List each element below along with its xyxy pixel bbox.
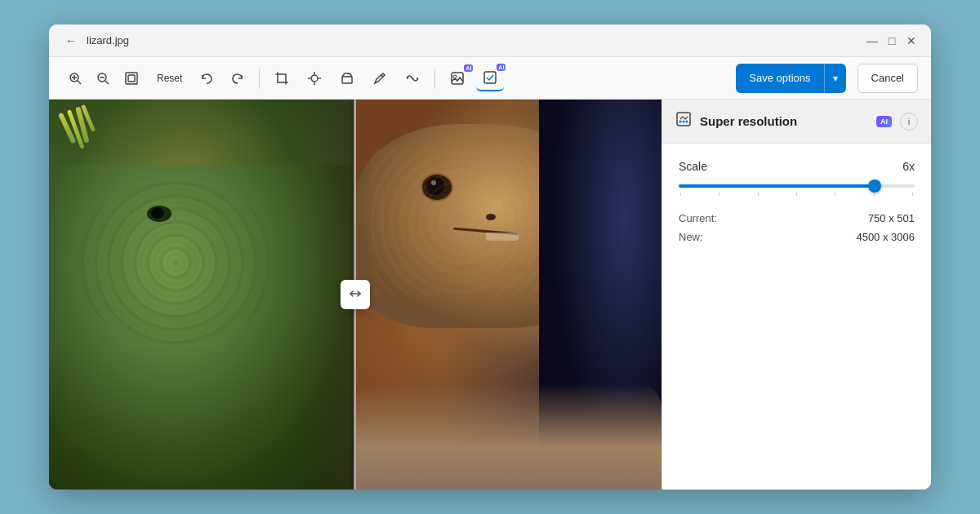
erase-button[interactable] xyxy=(333,66,361,91)
bg-remove-icon xyxy=(405,71,420,86)
svg-point-28 xyxy=(683,121,685,123)
minimize-button[interactable]: — xyxy=(866,36,879,46)
image-divider-handle[interactable] xyxy=(341,280,370,309)
zoom-out-icon xyxy=(96,72,109,85)
info-button[interactable]: i xyxy=(900,113,918,131)
new-value: 4500 x 3006 xyxy=(856,231,915,243)
zoom-group xyxy=(62,66,145,91)
draw-button[interactable] xyxy=(366,66,394,91)
file-title: lizard.jpg xyxy=(87,34,129,47)
svg-rect-14 xyxy=(342,77,352,83)
swap-icon xyxy=(349,288,362,301)
slider-tick xyxy=(719,193,719,196)
svg-rect-26 xyxy=(677,113,690,126)
slider-tick xyxy=(912,193,913,196)
undo-button[interactable] xyxy=(194,67,220,90)
window-controls: — □ ✕ xyxy=(866,36,918,46)
close-button[interactable]: ✕ xyxy=(905,36,918,46)
title-bar: ← lizard.jpg — □ ✕ xyxy=(49,24,931,57)
save-options-dropdown-button[interactable]: ▾ xyxy=(825,64,846,93)
slider-ticks xyxy=(679,193,915,196)
draw-icon xyxy=(372,71,387,86)
slider-tick xyxy=(796,193,797,196)
slider-container xyxy=(679,184,915,196)
panel-title: Super resolution xyxy=(700,114,868,128)
crop-icon xyxy=(274,71,289,86)
right-panel: Super resolution AI i Scale 6x xyxy=(662,100,931,490)
svg-point-20 xyxy=(412,78,413,79)
zoom-in-icon xyxy=(69,72,82,85)
svg-point-27 xyxy=(679,121,682,123)
ai-tool2-button[interactable]: AI xyxy=(476,65,504,91)
slider-track xyxy=(679,184,915,188)
svg-point-9 xyxy=(311,75,318,82)
panel-body: Scale 6x xyxy=(662,144,931,490)
svg-point-29 xyxy=(686,121,688,123)
toolbar-divider-2 xyxy=(434,69,435,88)
panel-ai-badge: AI xyxy=(876,116,892,127)
zoom-in-button[interactable] xyxy=(62,67,88,90)
image-before xyxy=(49,100,355,490)
redo-icon xyxy=(231,72,244,85)
adjust-button[interactable] xyxy=(301,66,328,91)
svg-line-1 xyxy=(78,81,81,84)
fit-button[interactable] xyxy=(118,66,145,91)
slider-tick xyxy=(758,193,759,196)
adjust-icon xyxy=(307,71,322,86)
slider-tick xyxy=(874,193,875,196)
current-size-row: Current: 750 x 501 xyxy=(679,212,915,224)
maximize-button[interactable]: □ xyxy=(885,36,898,46)
svg-point-21 xyxy=(416,78,418,79)
ai-badge-1: AI xyxy=(464,64,473,72)
scale-row: Scale 6x xyxy=(679,160,915,173)
title-bar-left: ← lizard.jpg xyxy=(62,31,129,51)
svg-line-5 xyxy=(105,81,109,84)
ai-badge-2: AI xyxy=(497,64,506,71)
svg-rect-22 xyxy=(452,73,463,84)
erase-icon xyxy=(340,71,354,86)
ai-tool1-button[interactable]: AI xyxy=(443,66,471,91)
toolbar: Reset xyxy=(49,57,931,100)
save-options-button[interactable]: Save options xyxy=(736,64,824,93)
reset-button[interactable]: Reset xyxy=(150,68,189,89)
redo-button[interactable] xyxy=(225,67,251,90)
fit-icon xyxy=(124,71,139,86)
bg-remove-button[interactable] xyxy=(399,66,426,91)
svg-rect-24 xyxy=(484,72,496,83)
cancel-button[interactable]: Cancel xyxy=(858,64,918,93)
zoom-out-button[interactable] xyxy=(90,67,116,90)
slider-thumb[interactable] xyxy=(868,179,881,193)
svg-line-18 xyxy=(381,75,383,77)
app-window: ← lizard.jpg — □ ✕ xyxy=(49,24,931,490)
new-label: New: xyxy=(679,231,703,243)
slider-fill xyxy=(679,184,875,188)
image-after xyxy=(355,100,662,490)
ai-tool2-icon xyxy=(483,70,497,85)
panel-header: Super resolution AI i xyxy=(662,100,931,144)
main-content: Super resolution AI i Scale 6x xyxy=(49,100,931,490)
svg-rect-7 xyxy=(126,73,137,84)
slider-tick xyxy=(680,193,681,196)
slider-tick xyxy=(835,193,835,196)
undo-icon xyxy=(200,72,213,85)
crop-button[interactable] xyxy=(268,66,296,91)
svg-rect-8 xyxy=(128,75,135,82)
new-size-row: New: 4500 x 3006 xyxy=(679,231,915,243)
current-label: Current: xyxy=(679,212,717,224)
scale-label: Scale xyxy=(679,160,707,173)
ai-tool1-icon xyxy=(450,71,465,86)
panel-icon xyxy=(675,111,692,131)
svg-point-19 xyxy=(407,78,408,79)
scale-value: 6x xyxy=(902,160,915,173)
toolbar-divider-1 xyxy=(259,69,260,88)
back-button[interactable]: ← xyxy=(62,31,80,51)
super-resolution-icon xyxy=(675,111,692,127)
image-container xyxy=(49,100,662,490)
current-value: 750 x 501 xyxy=(868,212,915,224)
image-area xyxy=(49,100,662,490)
save-options-group: Save options ▾ xyxy=(736,64,845,93)
